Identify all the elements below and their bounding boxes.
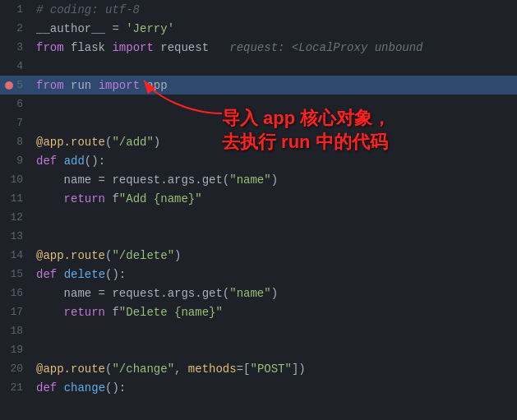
token-str: "name": [229, 173, 270, 187]
code-line: 15def delete():: [0, 265, 517, 284]
token-str: 'Jerry': [126, 22, 174, 35]
line-content: from flask import request request: <Loca…: [31, 41, 517, 54]
code-line: 21def change():: [0, 378, 517, 397]
token-plain: ): [154, 136, 160, 149]
code-line: 4: [0, 57, 517, 76]
code-line: 20@app.route("/change", methods=["POST"]…: [0, 359, 517, 378]
line-number: 6: [0, 98, 31, 110]
breakpoint-dot[interactable]: [5, 81, 13, 90]
line-number: 4: [0, 60, 31, 72]
token-plain: f: [105, 192, 119, 205]
line-number: 21: [0, 381, 31, 394]
token-plain: ]): [292, 362, 306, 376]
token-plain: [36, 192, 64, 205]
token-plain: (: [105, 362, 112, 376]
line-content: def change():: [31, 381, 517, 395]
token-comment: # coding: utf-8: [36, 3, 140, 16]
code-line: 19: [0, 340, 517, 359]
code-line: 14@app.route("/delete"): [0, 246, 517, 265]
token-kw: def: [36, 155, 57, 168]
line-content: name = request.args.get("name"): [31, 173, 517, 187]
token-plain: (: [105, 136, 112, 149]
line-number: 19: [0, 344, 31, 356]
token-str: "Delete {name}": [119, 306, 223, 319]
line-content: def delete():: [31, 268, 517, 281]
token-kw: return: [64, 192, 105, 205]
line-content: return f"Add {name}": [31, 192, 517, 205]
code-line: 10 name = request.args.get("name"): [0, 170, 517, 189]
line-number: 17: [0, 306, 31, 318]
line-number: 13: [0, 230, 31, 242]
token-plain: =[: [237, 362, 251, 376]
code-line: 1# coding: utf-8: [0, 0, 517, 19]
token-dec: @app.route: [36, 249, 105, 262]
token-plain: name = request.args.get(: [36, 173, 229, 187]
token-plain: ): [174, 249, 181, 262]
token-fn: add: [64, 155, 85, 168]
token-plain: request: [154, 41, 229, 54]
code-line: 2__author__ = 'Jerry': [0, 19, 517, 38]
token-plain: f: [105, 306, 119, 319]
code-line: 18: [0, 321, 517, 340]
line-number: 2: [0, 22, 31, 35]
token-gray-italic: request: <LocalProxy unbound: [229, 41, 422, 54]
code-line: 5from run import app: [0, 76, 517, 95]
token-plain: ,: [174, 362, 188, 376]
code-line: 3from flask import request request: <Loc…: [0, 38, 517, 57]
token-fn: delete: [64, 268, 105, 281]
line-number: 11: [0, 192, 31, 205]
line-number: 3: [0, 41, 31, 53]
token-kw: import: [112, 41, 153, 54]
token-fn: change: [64, 381, 105, 395]
code-line: 17 return f"Delete {name}": [0, 302, 517, 321]
token-kw: def: [36, 268, 57, 281]
line-number: 7: [0, 117, 31, 129]
token-dec: @app.route: [36, 362, 105, 376]
token-kw: return: [64, 306, 105, 319]
token-str: "Add {name}": [119, 192, 202, 205]
token-plain: flask: [64, 41, 113, 54]
line-number: 8: [0, 136, 31, 148]
token-plain: ():: [105, 268, 126, 281]
line-number: 18: [0, 325, 31, 337]
line-content: def add():: [31, 155, 517, 168]
line-number: 16: [0, 287, 31, 299]
code-editor: 1# coding: utf-82__author__ = 'Jerry'3fr…: [0, 0, 517, 420]
token-plain: [57, 381, 63, 395]
token-plain: [57, 155, 63, 168]
token-kw: def: [36, 381, 57, 395]
token-plain: ():: [105, 381, 126, 395]
token-kw: import: [99, 79, 140, 92]
code-line: 12: [0, 208, 517, 227]
token-plain: ():: [85, 155, 105, 168]
token-str: "/change": [112, 362, 174, 376]
code-line: 7: [0, 113, 517, 132]
token-str: "/add": [112, 136, 153, 149]
token-plain: __author__ =: [36, 22, 126, 35]
line-content: # coding: utf-8: [31, 3, 517, 16]
token-plain: ): [271, 287, 278, 300]
line-content: from run import app: [31, 79, 517, 92]
token-kw: from: [36, 79, 64, 92]
token-str: "POST": [250, 362, 291, 376]
code-line: 6: [0, 95, 517, 113]
line-content: @app.route("/add"): [31, 136, 517, 149]
line-content: return f"Delete {name}": [31, 306, 517, 319]
token-plain: [36, 306, 64, 319]
line-content: name = request.args.get("name"): [31, 287, 517, 300]
token-methods-kw: methods: [188, 362, 237, 376]
code-line: 11 return f"Add {name}": [0, 189, 517, 208]
token-kw: from: [36, 41, 64, 54]
line-number: 20: [0, 362, 31, 375]
line-number: 10: [0, 173, 31, 186]
line-number: 14: [0, 249, 31, 261]
token-plain: (: [105, 249, 112, 262]
code-line: 13: [0, 227, 517, 246]
line-number: 15: [0, 268, 31, 280]
line-number: 1: [0, 3, 31, 16]
token-str: "name": [229, 287, 270, 300]
line-content: __author__ = 'Jerry': [31, 22, 517, 35]
token-plain: run: [64, 79, 99, 92]
code-line: 16 name = request.args.get("name"): [0, 284, 517, 302]
token-plain: ): [271, 173, 278, 187]
